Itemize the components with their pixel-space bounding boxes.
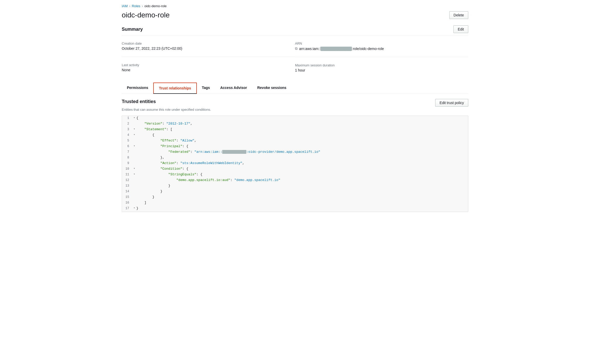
- edit-button[interactable]: Edit: [453, 25, 468, 33]
- tabs: Permissions Trust relationships Tags Acc…: [122, 83, 468, 94]
- line-content-9: "Action": "sts:AssumeRoleWithWebIdentity…: [136, 161, 468, 165]
- line-num-1: 1: [122, 116, 132, 120]
- arn-text: arn:aws:iam::████████████:role/oidc-demo…: [299, 47, 384, 51]
- code-line-4: 4 ▾ {: [122, 133, 468, 138]
- page-title: oidc-demo-role: [122, 11, 170, 19]
- max-session-value: 1 hour: [295, 68, 468, 72]
- summary-title: Summary: [122, 27, 143, 32]
- line-toggle-3[interactable]: ▾: [132, 127, 136, 130]
- line-content-2: "Version": "2012-10-17",: [136, 122, 468, 126]
- code-line-10: 10 ▾ "Condition": {: [122, 167, 468, 172]
- summary-section: Summary Edit Creation date October 27, 2…: [122, 25, 468, 76]
- line-content-10: "Condition": {: [136, 167, 468, 171]
- breadcrumb-sep-1: ›: [129, 4, 130, 8]
- edit-trust-policy-button[interactable]: Edit trust policy: [435, 99, 468, 107]
- creation-date-item: Creation date October 27, 2022, 22:23 (U…: [122, 39, 295, 55]
- delete-button[interactable]: Delete: [449, 11, 468, 19]
- line-num-3: 3: [122, 127, 132, 131]
- line-content-3: "Statement": [: [136, 127, 468, 131]
- line-content-6: "Principal": {: [136, 144, 468, 148]
- line-num-6: 6: [122, 144, 132, 148]
- breadcrumb-iam[interactable]: IAM: [122, 4, 128, 8]
- line-toggle-11[interactable]: ▾: [132, 173, 136, 176]
- line-num-13: 13: [122, 184, 132, 188]
- arn-item: ARN ⧉ arn:aws:iam::████████████:role/oid…: [295, 39, 468, 55]
- line-num-2: 2: [122, 122, 132, 126]
- code-line-13: 13 }: [122, 184, 468, 189]
- trusted-subtitle: Entities that can assume this role under…: [122, 108, 468, 112]
- line-content-7: "Federated": "arn:aws:iam::████████████:…: [136, 150, 468, 154]
- code-line-14: 14 }: [122, 189, 468, 195]
- last-activity-label: Last activity: [122, 63, 295, 67]
- code-line-3: 3 ▾ "Statement": [: [122, 127, 468, 133]
- tabs-container: Permissions Trust relationships Tags Acc…: [122, 83, 468, 94]
- code-line-5: 5 "Effect": "Allow",: [122, 138, 468, 144]
- line-toggle-4[interactable]: ▾: [132, 133, 136, 136]
- page-header: oidc-demo-role Delete: [122, 11, 468, 19]
- tab-access-advisor[interactable]: Access Advisor: [215, 83, 252, 94]
- arn-redacted: ████████████: [320, 47, 352, 51]
- line-content-17: }: [136, 206, 468, 210]
- trusted-header: Trusted entities Edit trust policy: [122, 99, 468, 107]
- line-content-1: {: [136, 116, 468, 120]
- code-line-6: 6 ▾ "Principal": {: [122, 144, 468, 150]
- line-toggle-10[interactable]: ▾: [132, 167, 136, 170]
- code-line-7: 7 "Federated": "arn:aws:iam::███████████…: [122, 150, 468, 155]
- arn-value: ⧉ arn:aws:iam::████████████:role/oidc-de…: [295, 46, 468, 51]
- code-line-1: 1 ▾ {: [122, 116, 468, 122]
- max-session-item: Maximum session duration 1 hour: [295, 61, 468, 76]
- summary-right: ARN ⧉ arn:aws:iam::████████████:role/oid…: [295, 39, 468, 76]
- trusted-header-text: Trusted entities: [122, 99, 156, 104]
- line-toggle-17[interactable]: ▾: [132, 206, 136, 209]
- tab-trust-relationships[interactable]: Trust relationships: [153, 83, 197, 94]
- last-activity-value: None: [122, 68, 295, 72]
- line-num-11: 11: [122, 173, 132, 176]
- breadcrumb: IAM › Roles › oidc-demo-role: [122, 4, 468, 8]
- line-num-8: 8: [122, 156, 132, 159]
- line-num-10: 10: [122, 167, 132, 171]
- line-content-16: ]: [136, 201, 468, 205]
- creation-date-label: Creation date: [122, 42, 295, 45]
- line-num-15: 15: [122, 195, 132, 199]
- code-line-12: 12 "demo.app.spacelift.io:aud": "demo.ap…: [122, 178, 468, 184]
- code-container: 1 ▾ { 2 "Version": "2012-10-17", 3 ▾ "St…: [122, 116, 468, 212]
- code-line-16: 16 ]: [122, 200, 468, 206]
- arn-label: ARN: [295, 42, 468, 45]
- summary-grid: Creation date October 27, 2022, 22:23 (U…: [122, 39, 468, 76]
- last-activity-item: Last activity None: [122, 61, 295, 76]
- line-content-8: },: [136, 156, 468, 159]
- breadcrumb-roles[interactable]: Roles: [132, 4, 140, 8]
- trusted-entities-section: Trusted entities Edit trust policy Entit…: [122, 94, 468, 217]
- breadcrumb-sep-2: ›: [142, 4, 143, 8]
- arn-prefix: arn:aws:iam::: [299, 47, 320, 51]
- line-content-13: }: [136, 184, 468, 188]
- code-line-15: 15 }: [122, 195, 468, 200]
- line-content-11: "StringEquals": {: [136, 173, 468, 176]
- line-num-4: 4: [122, 133, 132, 137]
- code-line-17: 17 ▾ }: [122, 206, 468, 212]
- tab-tags[interactable]: Tags: [197, 83, 215, 94]
- line-num-9: 9: [122, 161, 132, 165]
- summary-left: Creation date October 27, 2022, 22:23 (U…: [122, 39, 295, 76]
- line-num-5: 5: [122, 139, 132, 143]
- creation-date-value: October 27, 2022, 22:23 (UTC+02:00): [122, 46, 295, 50]
- tab-revoke-sessions[interactable]: Revoke sessions: [252, 83, 292, 94]
- line-content-5: "Effect": "Allow",: [136, 139, 468, 143]
- line-num-17: 17: [122, 206, 132, 210]
- line-content-15: }: [136, 195, 468, 199]
- arn-suffix: :role/oidc-demo-role: [352, 47, 384, 51]
- line-content-4: {: [136, 133, 468, 137]
- max-session-label: Maximum session duration: [295, 63, 468, 67]
- code-line-11: 11 ▾ "StringEquals": {: [122, 172, 468, 178]
- tab-permissions[interactable]: Permissions: [122, 83, 153, 94]
- copy-icon[interactable]: ⧉: [295, 46, 298, 51]
- summary-header: Summary Edit: [122, 25, 468, 35]
- line-num-7: 7: [122, 150, 132, 154]
- code-line-9: 9 "Action": "sts:AssumeRoleWithWebIdenti…: [122, 161, 468, 167]
- line-num-16: 16: [122, 201, 132, 205]
- line-toggle-1[interactable]: ▾: [132, 116, 136, 119]
- line-num-14: 14: [122, 189, 132, 193]
- line-num-12: 12: [122, 178, 132, 182]
- breadcrumb-current: oidc-demo-role: [144, 4, 167, 8]
- line-toggle-6[interactable]: ▾: [132, 144, 136, 147]
